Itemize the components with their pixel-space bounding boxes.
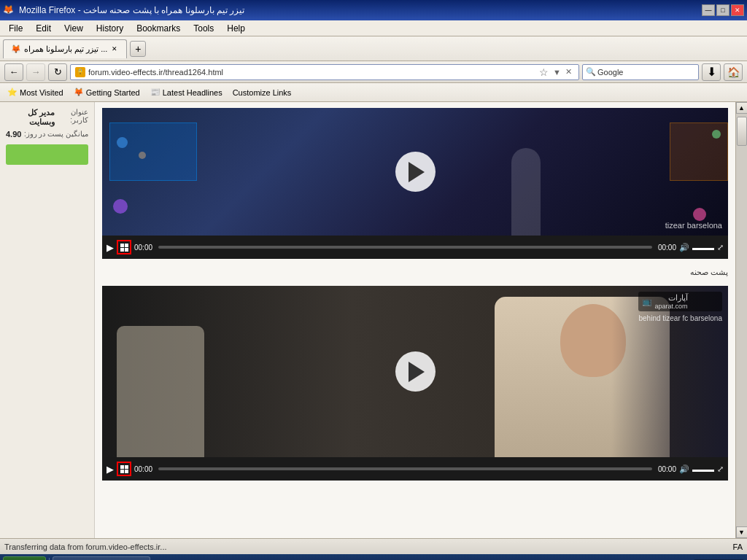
url-favicon: 🔒	[75, 67, 85, 77]
play-button-2[interactable]	[395, 351, 436, 392]
back-button[interactable]: ←	[4, 63, 23, 81]
scene-label: پشت صحنه	[102, 266, 728, 279]
home-button[interactable]: 🏠	[724, 63, 743, 81]
scroll-thumb[interactable]	[737, 117, 747, 146]
reload-button[interactable]: ↻	[48, 63, 67, 81]
menu-edit[interactable]: Edit	[30, 22, 57, 35]
video2-grid-btn[interactable]	[117, 462, 131, 476]
grid-cell	[120, 470, 124, 473]
minimize-button[interactable]: —	[702, 4, 715, 16]
video1-play-btn[interactable]: ▶	[107, 242, 114, 253]
aparat-text: آپارات aparat.com	[654, 293, 687, 310]
navbar: ← → ↻ 🔒 forum.video-effects.ir/thread126…	[0, 61, 747, 83]
most-visited-label: Most Visited	[20, 88, 63, 97]
grid-cell	[125, 248, 128, 252]
bookmark-most-visited[interactable]: ⭐ Most Visited	[4, 87, 66, 98]
tab-label: تیزر تیم بارسلونا همراه ...	[24, 44, 107, 54]
video1-volume-btn[interactable]: 🔊	[679, 243, 689, 252]
video1-progress-bar[interactable]	[158, 246, 652, 249]
video-section: tizear barselona ▶ 00:00	[95, 102, 735, 538]
toolbar: 🦊 تیزر تیم بارسلونا همراه ... ✕ +	[0, 36, 747, 61]
taskbar: 🪟 start 🦊 تیزر تیم بارسلونا همراه... ◀▶ …	[0, 554, 747, 560]
video1-time-left: 00:00	[134, 244, 152, 252]
start-button[interactable]: 🪟 start	[3, 556, 46, 560]
play-triangle-icon-1	[409, 162, 425, 182]
video2-time-right: 00:00	[658, 465, 676, 473]
statusbar: Transferring data from forum.video-effec…	[0, 538, 747, 554]
video2-volume-btn[interactable]: 🔊	[679, 464, 689, 474]
video1-volume-bar[interactable]: ▬▬▬	[692, 244, 714, 252]
sidebar-avg-label: میانگین پست در روز:	[24, 130, 88, 139]
bookmark-getting-started[interactable]: 🦊 Getting Started	[71, 87, 143, 98]
bookmark-latest-headlines[interactable]: 📰 Latest Headlines	[147, 87, 225, 98]
menu-history[interactable]: History	[90, 22, 129, 35]
sidebar-green-bar[interactable]	[6, 144, 88, 165]
page-wrapper: tizear barselona ▶ 00:00	[95, 102, 747, 538]
url-x-button[interactable]: ▼	[551, 68, 563, 77]
getting-started-icon: 🦊	[74, 88, 84, 97]
video-thumbnail-1: tizear barselona	[102, 108, 728, 236]
bookmark-star-button[interactable]: ☆	[537, 66, 551, 78]
video-watermark-2: 📺 آپارات aparat.com behind tizear fc bar…	[638, 292, 722, 322]
video2-volume-bar[interactable]: ▬▬▬	[692, 465, 714, 473]
latest-headlines-label: Latest Headlines	[163, 88, 222, 97]
scroll-up-button[interactable]: ▲	[736, 102, 748, 114]
grid-icon-1	[120, 244, 128, 252]
play-button-1[interactable]	[395, 152, 436, 192]
sidebar: عنوان کاربر: مدیر کل وبسایت میانگین پست …	[0, 102, 95, 538]
firefox-icon: 🦊	[3, 4, 15, 16]
bookmarks-bar: ⭐ Most Visited 🦊 Getting Started 📰 Lates…	[0, 83, 747, 102]
video1-fullscreen-btn[interactable]: ⤢	[717, 243, 724, 252]
screen-decoration	[109, 122, 197, 181]
tab-close-button[interactable]: ✕	[110, 44, 119, 53]
video2-progress-bar[interactable]	[158, 467, 652, 470]
customize-links-label: Customize Links	[233, 88, 292, 97]
grid-cell	[120, 248, 124, 252]
video2-watermark-text: behind tizear fc barselona	[638, 314, 722, 322]
menu-bookmarks[interactable]: Bookmarks	[131, 22, 186, 35]
video-player-2: 📺 آپارات aparat.com behind tizear fc bar…	[102, 286, 728, 481]
video2-play-btn[interactable]: ▶	[107, 464, 114, 475]
new-tab-button[interactable]: +	[130, 41, 146, 57]
grid-icon-2	[120, 465, 128, 473]
scroll-track[interactable]	[736, 114, 748, 526]
scroll-down-button[interactable]: ▼	[736, 526, 748, 538]
download-button[interactable]: ⬇	[702, 63, 721, 81]
sidebar-title-label: عنوان کاربر:	[55, 108, 88, 127]
maximize-button[interactable]: □	[716, 4, 729, 16]
url-bar[interactable]: 🔒 forum.video-effects.ir/thread1264.html…	[70, 64, 579, 80]
window-title: تیزر تیم بارسلونا همراه با پشت صحنه ساخت…	[19, 5, 244, 15]
tab-active[interactable]: 🦊 تیزر تیم بارسلونا همراه ... ✕	[3, 39, 127, 58]
status-text: Transferring data from forum.video-effec…	[4, 542, 167, 551]
video-thumbnail-2: 📺 آپارات aparat.com behind tizear fc bar…	[102, 286, 728, 457]
video1-grid-btn[interactable]	[117, 240, 131, 254]
most-visited-icon: ⭐	[7, 88, 18, 97]
url-close-button[interactable]: ✕	[563, 67, 574, 77]
lang-indicator: FA	[733, 542, 743, 551]
close-button[interactable]: ✕	[731, 4, 744, 16]
url-text: forum.video-effects.ir/thread1264.html	[88, 68, 537, 77]
taskbar-window-item[interactable]: 🦊 تیزر تیم بارسلونا همراه...	[53, 556, 150, 560]
bookmark-customize-links[interactable]: Customize Links	[230, 88, 295, 98]
video2-time-left: 00:00	[134, 465, 152, 473]
video-controls-2: ▶ 00:00 00:	[102, 457, 728, 481]
tech-decoration	[670, 122, 728, 181]
grid-cell	[125, 465, 128, 469]
person-left-2	[117, 326, 204, 457]
page-content: tizear barselona ▶ 00:00	[95, 102, 747, 538]
menu-file[interactable]: File	[3, 22, 28, 35]
titlebar: 🦊 تیزر تیم بارسلونا همراه با پشت صحنه سا…	[0, 0, 747, 20]
video1-time-right: 00:00	[658, 244, 676, 252]
menu-tools[interactable]: Tools	[187, 22, 220, 35]
search-bar[interactable]: 🔍 Google	[582, 64, 699, 80]
video2-fullscreen-btn[interactable]: ⤢	[717, 464, 724, 474]
menu-help[interactable]: Help	[221, 22, 251, 35]
search-engine-label: Google	[597, 68, 695, 77]
video-watermark-1: tizear barselona	[665, 221, 722, 230]
menu-view[interactable]: View	[58, 22, 89, 35]
main-area: عنوان کاربر: مدیر کل وبسایت میانگین پست …	[0, 102, 747, 538]
menubar: File Edit View History Bookmarks Tools H…	[0, 20, 747, 36]
deco-circle-5	[693, 208, 706, 221]
scrollbar-right[interactable]: ▲ ▼	[735, 102, 747, 538]
forward-button[interactable]: →	[26, 63, 45, 81]
